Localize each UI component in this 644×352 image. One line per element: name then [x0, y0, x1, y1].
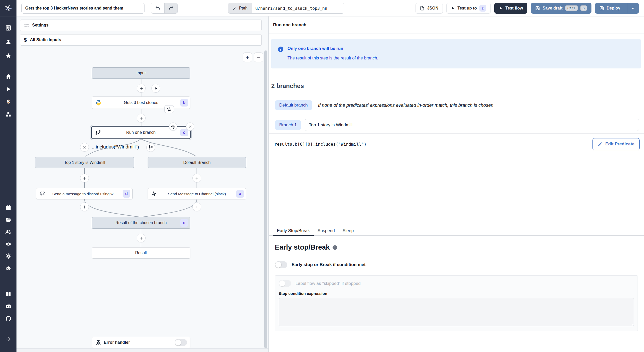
flow-node-result[interactable]: Result	[92, 247, 190, 259]
branch1-badge[interactable]: Branch 1	[275, 120, 301, 130]
windmill-logo[interactable]	[0, 0, 16, 16]
flow-bottom-strip	[16, 348, 268, 352]
tab-suspend[interactable]: Suspend	[314, 226, 339, 235]
flow-node-input-label: Input	[137, 71, 146, 75]
tab-early-stop-break[interactable]: Early Stop/Break	[273, 226, 314, 235]
github-icon[interactable]	[4, 314, 13, 323]
workers-robot-icon[interactable]	[4, 263, 13, 273]
trigger-bolt-button[interactable]	[151, 84, 160, 93]
stop-condition-textarea[interactable]	[279, 298, 634, 326]
flow-node-result-branch[interactable]: Result of the chosen branch c	[92, 217, 190, 229]
flow-scrollbar[interactable]	[264, 50, 267, 348]
add-step-button-3[interactable]	[80, 174, 89, 182]
step-id-badge-d: d	[123, 190, 130, 198]
flow-node-branch-default[interactable]: Default Branch	[148, 157, 246, 168]
remove-branch-button[interactable]	[80, 143, 89, 152]
add-step-button-4[interactable]	[192, 174, 201, 182]
add-step-button-7[interactable]	[137, 234, 146, 242]
flow-node-slack[interactable]: Send Message to Channel (slack) a	[148, 188, 246, 199]
add-step-button-6[interactable]	[192, 203, 201, 211]
edit-predicate-button[interactable]: Edit Predicate	[592, 138, 640, 150]
undo-redo-group	[151, 3, 178, 14]
move-icon	[171, 125, 175, 129]
flow-settings-label: Settings	[32, 23, 48, 28]
default-branch-row: Default branch If none of the predicates…	[275, 100, 644, 110]
test-up-to-step-badge: c	[479, 5, 486, 12]
groups-icon[interactable]	[4, 227, 13, 236]
variables-dollar-icon[interactable]: $	[4, 97, 13, 106]
branch-top1-label: Top 1 story is Windmill	[64, 160, 105, 165]
add-step-button-2[interactable]	[137, 114, 146, 122]
repeat-icon	[167, 107, 172, 112]
path-input[interactable]	[252, 3, 344, 13]
workspace-icon[interactable]	[4, 23, 13, 32]
undo-button[interactable]	[151, 3, 164, 13]
flow-node-discord-label: Send a message to discord using w...	[52, 192, 116, 196]
test-up-to-button[interactable]: Test up to c	[446, 3, 491, 14]
redo-button[interactable]	[164, 3, 177, 13]
discord-outline-icon	[40, 191, 46, 197]
predicate-preview-label[interactable]: ...includes("Windmill")	[92, 144, 139, 150]
step-id-badge-b: b	[180, 99, 188, 107]
flow-node-branch-top1[interactable]: Top 1 story is Windmill	[35, 157, 134, 168]
add-step-button-1[interactable]	[137, 84, 146, 93]
test-flow-label: Test flow	[505, 6, 523, 11]
bug-icon	[95, 339, 101, 346]
save-draft-label: Save draft	[543, 6, 562, 11]
default-branch-badge[interactable]: Default branch	[275, 100, 312, 110]
left-rail: $	[0, 0, 16, 352]
python-icon	[95, 100, 102, 106]
audit-logs-eye-icon[interactable]	[4, 239, 13, 249]
flow-node-gets-stories[interactable]: Gets 3 best stories b	[92, 96, 190, 109]
resources-cubes-icon[interactable]	[4, 110, 13, 119]
flow-node-input[interactable]: Input	[92, 67, 190, 79]
branches-heading: 2 branches	[271, 82, 644, 90]
expand-sidebar-arrow-icon[interactable]	[4, 334, 13, 344]
home-icon[interactable]	[4, 72, 13, 81]
early-stop-toggle-label: Early stop or Break if condition met	[292, 262, 366, 267]
schedules-calendar-icon[interactable]	[4, 203, 13, 212]
add-step-button-5[interactable]	[80, 203, 89, 211]
zoom-in-button[interactable]: +	[243, 52, 252, 62]
branch-plus-icon	[148, 145, 153, 150]
move-step-button[interactable]	[169, 122, 177, 131]
result-branch-label: Result of the chosen branch	[115, 221, 167, 225]
plus-icon	[82, 176, 87, 180]
docs-book-icon[interactable]	[4, 290, 13, 299]
flow-node-discord[interactable]: Send a message to discord using w... d	[36, 188, 133, 199]
error-handler-toggle[interactable]	[175, 339, 187, 346]
skip-label-toggle[interactable]	[279, 280, 291, 287]
branch1-summary-input[interactable]	[305, 119, 639, 131]
deploy-dropdown[interactable]	[627, 3, 639, 13]
slack-icon	[151, 191, 157, 197]
flow-node-error-handler[interactable]: Error handler	[92, 337, 190, 348]
detail-header: Run one branch	[269, 16, 644, 33]
all-static-inputs-bar[interactable]: $ All Static Inputs	[20, 34, 262, 46]
restart-step-button[interactable]	[164, 105, 174, 113]
flow-settings-bar[interactable]: Settings	[20, 20, 262, 31]
json-button[interactable]: JSON	[416, 3, 443, 14]
runs-play-icon[interactable]	[4, 84, 13, 94]
favorites-star-icon[interactable]	[4, 51, 13, 60]
folders-icon[interactable]	[4, 215, 13, 224]
plus-icon	[195, 205, 199, 209]
pencil-icon	[232, 6, 237, 11]
zoom-out-button[interactable]: −	[254, 52, 263, 62]
topbar: Path JSON Test up to c Test flow Save dr…	[16, 0, 644, 16]
flow-title-input[interactable]	[21, 3, 145, 14]
play-icon-white	[499, 6, 503, 10]
detail-title: Run one branch	[273, 22, 306, 28]
early-stop-toggle[interactable]	[275, 261, 287, 268]
discord-icon[interactable]	[4, 302, 13, 311]
add-branch-button[interactable]	[146, 143, 155, 152]
test-flow-button[interactable]: Test flow	[494, 3, 527, 14]
user-icon[interactable]	[4, 37, 13, 46]
tab-sleep[interactable]: Sleep	[339, 226, 358, 235]
settings-gear-icon[interactable]	[4, 251, 13, 261]
delete-step-button[interactable]	[186, 122, 194, 131]
save-draft-button[interactable]: Save draft CtrlS	[531, 3, 591, 14]
static-inputs-label: All Static Inputs	[30, 38, 61, 42]
deploy-button[interactable]: Deploy	[595, 3, 639, 14]
path-chip[interactable]: Path	[228, 3, 252, 13]
step-advanced-block: Early Stop/Break Suspend Sleep Early sto…	[269, 226, 644, 331]
